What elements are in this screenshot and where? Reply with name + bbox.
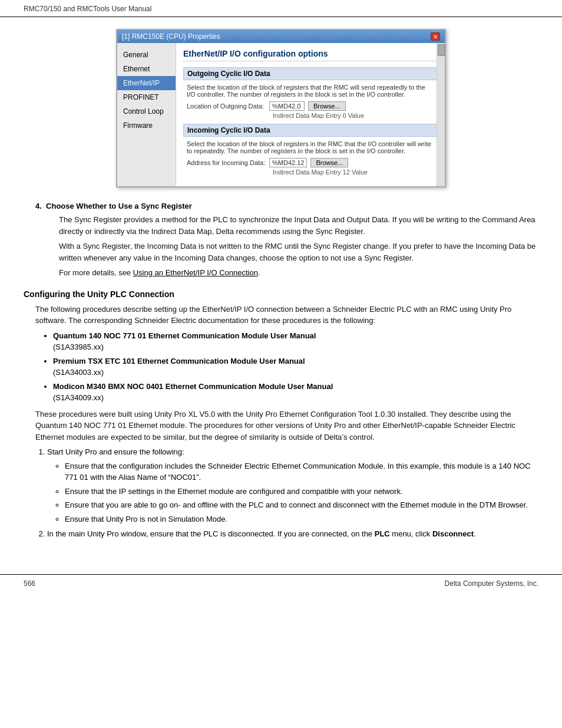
unity-manuals-list: Quantum 140 NOC 771 01 Ethernet Communic… (53, 330, 538, 404)
dialog-main-title: EtherNet/IP I/O configuration options (183, 49, 438, 61)
manual-2-title: Premium TSX ETC 101 Ethernet Communicati… (53, 357, 305, 365)
sidebar-item-controlloop[interactable]: Control Loop (117, 104, 176, 118)
outgoing-field-label: Location of Outgoing Data: (187, 103, 269, 110)
outgoing-section-body: Select the location of the block of regi… (183, 84, 438, 124)
dialog-title: [1] RMC150E (CPU) Properties (122, 32, 220, 41)
step4-label: 4. Choose Whether to Use a Sync Register (35, 202, 538, 210)
step4-body: The Sync Register provides a method for … (59, 214, 538, 279)
unity-step-1-text: Start Unity Pro and ensure the following… (47, 447, 184, 456)
unity-body-text: These procedures were built using Unity … (35, 409, 538, 443)
dialog-window: [1] RMC150E (CPU) Properties ✕ General E… (116, 29, 446, 187)
disconnect-label: Disconnect (432, 529, 474, 538)
manual-item-3: Modicon M340 BMX NOC 0401 Ethernet Commu… (53, 381, 538, 404)
step1-bullet-4: Ensure that Unity Pro is not in Simulati… (65, 513, 538, 525)
incoming-field-value[interactable]: %MD42.12 (269, 158, 307, 167)
dialog-titlebar: [1] RMC150E (CPU) Properties ✕ (117, 30, 445, 43)
sidebar-item-firmware[interactable]: Firmware (117, 118, 176, 133)
manual-1-title: Quantum 140 NOC 771 01 Ethernet Communic… (53, 331, 316, 340)
incoming-field-label: Address for Incoming Data: (187, 159, 269, 166)
manual-3-subtitle: (S1A34009.xx) (53, 393, 104, 402)
outgoing-description: Select the location of the block of regi… (187, 84, 434, 98)
dialog-main-panel: EtherNet/IP I/O configuration options Ou… (176, 43, 445, 186)
outgoing-section-header: Outgoing Cyclic I/O Data (183, 67, 438, 80)
dialog-body: General Ethernet EtherNet/IP PROFINET Co… (117, 43, 445, 186)
outgoing-field-row: Location of Outgoing Data: %MD42.0 Brows… (187, 101, 434, 111)
outgoing-browse-button[interactable]: Browse... (308, 101, 346, 111)
incoming-section-body: Select the location of the block of regi… (183, 140, 438, 180)
unity-step-1: Start Unity Pro and ensure the following… (47, 446, 538, 525)
step4-para3: For more details, see Using an EtherNet/… (59, 267, 538, 279)
step1-bullet-2: Ensure that the IP settings in the Ether… (65, 486, 538, 498)
incoming-section-header: Incoming Cyclic I/O Data (183, 124, 438, 137)
manual-3-title: Modicon M340 BMX NOC 0401 Ethernet Commu… (53, 382, 333, 391)
incoming-field-hint: Indirect Data Map Entry 12 Value (273, 169, 434, 176)
manual-2-subtitle: (S1A34003.xx) (53, 368, 104, 377)
plc-label: PLC (375, 529, 390, 538)
unity-steps-list: Start Unity Pro and ensure the following… (47, 446, 538, 540)
unity-step-2: In the main Unity Pro window, ensure tha… (47, 528, 538, 540)
unity-section: Configuring the Unity PLC Connection The… (24, 289, 538, 540)
incoming-browse-button[interactable]: Browse... (310, 158, 348, 167)
unity-section-heading: Configuring the Unity PLC Connection (24, 289, 538, 299)
unity-step-1-bullets: Ensure that the configuration includes t… (65, 460, 538, 525)
scrollbar-thumb[interactable] (438, 44, 445, 56)
incoming-field-row: Address for Incoming Data: %MD42.12 Brow… (187, 158, 434, 167)
manual-1-subtitle: (S1A33985.xx) (53, 342, 104, 351)
page-content: [1] RMC150E (CPU) Properties ✕ General E… (0, 17, 562, 562)
dialog-scrollbar[interactable] (437, 43, 445, 186)
unity-intro-container: The following procedures describe settin… (35, 304, 538, 540)
outgoing-field-value[interactable]: %MD42.0 (269, 101, 305, 111)
ethernetip-link[interactable]: Using an EtherNet/IP I/O Connection (133, 268, 258, 277)
unity-intro: The following procedures describe settin… (35, 304, 538, 327)
dialog-close-button[interactable]: ✕ (431, 32, 440, 41)
dialog-sidebar: General Ethernet EtherNet/IP PROFINET Co… (117, 43, 176, 186)
step4-title: Choose Whether to Use a Sync Register (46, 202, 192, 210)
dialog-container: [1] RMC150E (CPU) Properties ✕ General E… (24, 29, 538, 187)
sidebar-item-profinet[interactable]: PROFINET (117, 90, 176, 104)
page-header: RMC70/150 and RMCTools User Manual (0, 0, 562, 17)
step4-para2: With a Sync Register, the Incoming Data … (59, 241, 538, 263)
outgoing-field-hint: Indirect Data Map Entry 0 Value (273, 112, 434, 119)
sidebar-item-ethernet[interactable]: Ethernet (117, 62, 176, 76)
step1-bullet-1: Ensure that the configuration includes t… (65, 460, 538, 483)
sidebar-item-general[interactable]: General (117, 48, 176, 62)
page-number: 566 (24, 579, 35, 588)
company-name: Delta Computer Systems, Inc. (445, 579, 538, 588)
manual-item-1: Quantum 140 NOC 771 01 Ethernet Communic… (53, 330, 538, 353)
incoming-description: Select the location of the block of regi… (187, 140, 434, 154)
header-title: RMC70/150 and RMCTools User Manual (24, 5, 151, 13)
step4-container: 4. Choose Whether to Use a Sync Register… (35, 202, 538, 279)
step4-para1: The Sync Register provides a method for … (59, 214, 538, 237)
sidebar-item-ethernetip[interactable]: EtherNet/IP (117, 76, 176, 90)
page-footer: 566 Delta Computer Systems, Inc. (0, 574, 562, 592)
step4-number: 4. (35, 202, 42, 210)
step1-bullet-3: Ensure that you are able to go on- and o… (65, 499, 538, 511)
manual-item-2: Premium TSX ETC 101 Ethernet Communicati… (53, 355, 538, 378)
